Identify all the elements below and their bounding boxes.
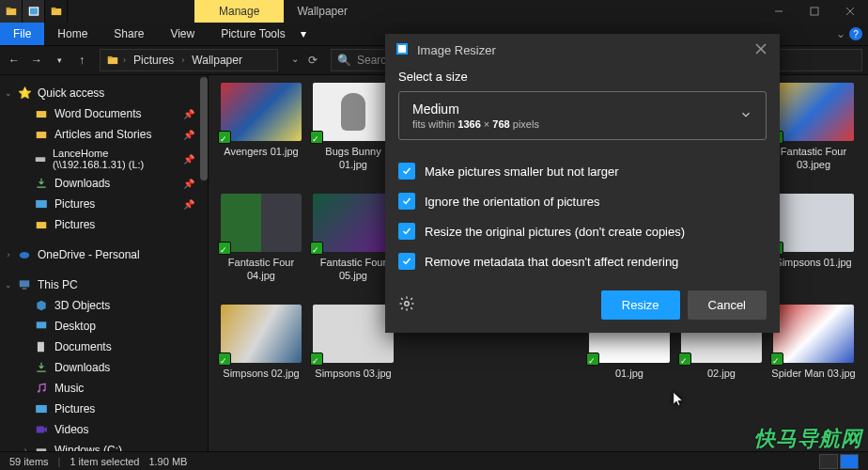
chevron-right-icon[interactable]: › [179, 55, 186, 65]
address-dropdown-icon[interactable]: ⌄ [291, 54, 299, 67]
svg-point-22 [38, 390, 39, 392]
help-icon[interactable]: ? [849, 27, 862, 40]
cube-icon [34, 298, 49, 313]
breadcrumb-wallpaper[interactable]: Wallpaper [186, 54, 248, 67]
nav-quick-item[interactable]: LanceHome (\\192.168.1.31) (L:)📌 [0, 145, 208, 173]
download-icon [34, 176, 49, 191]
window-title: Wallpaper [297, 5, 348, 18]
nav-pc-item[interactable]: Downloads [0, 357, 208, 378]
option-label: Make pictures smaller but not larger [425, 164, 619, 179]
checkbox-checked-icon[interactable] [398, 193, 415, 210]
breadcrumb-pictures[interactable]: Pictures [128, 54, 179, 67]
option-resize-original[interactable]: Resize the original pictures (don't crea… [398, 223, 767, 240]
forward-button[interactable]: → [28, 54, 45, 67]
file-label: Avengers 01.jpg [224, 145, 298, 158]
svg-rect-14 [36, 157, 46, 162]
pc-icon [17, 277, 32, 292]
svg-rect-3 [29, 8, 37, 15]
file-item[interactable]: Fantastic Four 03.jpeg [768, 83, 859, 192]
download-icon [34, 360, 49, 375]
option-ignore-orientation[interactable]: Ignore the orientation of pictures [398, 193, 767, 210]
svg-rect-19 [23, 289, 27, 290]
svg-rect-1 [6, 8, 10, 9]
minimize-button[interactable] [761, 0, 797, 23]
refresh-button[interactable]: ⟳ [308, 54, 318, 67]
ribbon-tab-view[interactable]: View [157, 23, 208, 45]
nav-pc-item[interactable]: Videos [0, 419, 208, 440]
nav-quick-access[interactable]: ⌄⭐Quick access [0, 83, 208, 103]
nav-label: Windows (C:) [54, 444, 122, 451]
nav-label: Desktop [54, 320, 96, 333]
nav-label: Pictures [54, 197, 95, 211]
svg-rect-24 [36, 405, 47, 413]
file-label: 01.jpg [615, 367, 643, 380]
ribbon-tab-home[interactable]: Home [44, 23, 101, 45]
nav-quick-item[interactable]: Word Documents📌 [0, 103, 208, 124]
close-window-button[interactable] [832, 0, 868, 23]
size-name: Medium [412, 102, 739, 117]
nav-onedrive[interactable]: ›OneDrive - Personal [0, 244, 208, 265]
file-item[interactable]: Spider Man 03.jpg [768, 305, 859, 414]
nav-this-pc[interactable]: ⌄This PC [0, 274, 208, 295]
checkbox-checked-icon[interactable] [398, 253, 415, 270]
nav-label: Articles and Stories [54, 128, 151, 141]
documents-icon [34, 339, 49, 354]
ribbon-collapse-icon[interactable]: ⌄ [836, 27, 845, 40]
folder-icon [34, 217, 49, 232]
title-tab-image-icon[interactable] [23, 0, 45, 23]
title-tab-folder2-icon[interactable] [45, 0, 68, 23]
dialog-title: Image Resizer [417, 43, 496, 57]
view-details-button[interactable] [819, 454, 838, 469]
option-label: Ignore the orientation of pictures [425, 195, 599, 209]
dialog-app-icon [395, 41, 410, 59]
nav-pc-item[interactable]: Desktop [0, 316, 208, 337]
size-dropdown[interactable]: Medium fits within 1366 × 768 pixels [398, 91, 767, 140]
resize-button[interactable]: Resize [601, 290, 680, 320]
nav-quick-item[interactable]: Articles and Stories📌 [0, 124, 208, 145]
close-dialog-button[interactable] [752, 39, 770, 61]
chevron-right-icon[interactable]: › [121, 55, 128, 65]
nav-pc-item[interactable]: Music [0, 378, 208, 399]
search-icon: 🔍 [337, 54, 351, 67]
cancel-button[interactable]: Cancel [688, 290, 767, 320]
nav-pc-item[interactable]: Pictures [0, 399, 208, 419]
nav-pc-item[interactable]: Documents [0, 337, 208, 357]
option-label: Remove metadata that doesn't affect rend… [425, 255, 678, 269]
file-item[interactable]: Avengers 01.jpg [216, 83, 306, 192]
file-item[interactable]: Simpsons 01.jpg [768, 194, 859, 303]
up-button[interactable]: ↑ [73, 54, 90, 67]
view-thumbnails-button[interactable] [840, 454, 859, 469]
star-icon: ⭐ [17, 86, 32, 101]
settings-button[interactable] [398, 295, 415, 315]
nav-quick-item[interactable]: Pictures📌 [0, 194, 208, 214]
option-remove-metadata[interactable]: Remove metadata that doesn't affect rend… [398, 253, 767, 270]
ribbon-context-tab[interactable]: Manage [194, 0, 284, 23]
nav-pc-item[interactable]: 3D Objects [0, 295, 208, 316]
option-smaller-not-larger[interactable]: Make pictures smaller but not larger [398, 163, 767, 180]
nav-label: OneDrive - Personal [38, 248, 140, 261]
svg-point-31 [405, 302, 410, 306]
address-bar[interactable]: › Pictures › Wallpaper [100, 49, 278, 71]
nav-quick-item[interactable]: Pictures [0, 214, 208, 235]
nav-label: Documents [54, 340, 112, 353]
svg-rect-18 [20, 280, 30, 287]
back-button[interactable]: ← [6, 54, 23, 67]
nav-pc-item[interactable]: ›Windows (C:) [0, 440, 208, 451]
ribbon-tab-share[interactable]: Share [101, 23, 157, 45]
checkbox-checked-icon[interactable] [398, 163, 415, 180]
image-resizer-dialog: Image Resizer Select a size Medium fits … [385, 34, 780, 333]
maximize-button[interactable] [797, 0, 832, 23]
checkbox-checked-icon[interactable] [398, 223, 415, 240]
videos-icon [34, 422, 49, 437]
recent-dropdown-icon[interactable]: ▾ [51, 55, 68, 65]
nav-quick-item[interactable]: Downloads📌 [0, 173, 208, 194]
ribbon-file-tab[interactable]: File [0, 23, 44, 45]
file-item[interactable]: Simpsons 02.jpg [216, 305, 306, 414]
ribbon-tab-picture-tools[interactable]: Picture Tools [208, 23, 298, 45]
ribbon-tab-dropdown-icon[interactable]: ▾ [299, 23, 308, 45]
file-item[interactable]: Fantastic Four 04.jpg [216, 194, 306, 303]
title-tab-folder-icon[interactable] [0, 0, 23, 23]
nav-label: Music [54, 382, 84, 395]
pin-icon: 📌 [183, 109, 194, 119]
file-label: Fantastic Four 05.jpg [310, 256, 396, 283]
